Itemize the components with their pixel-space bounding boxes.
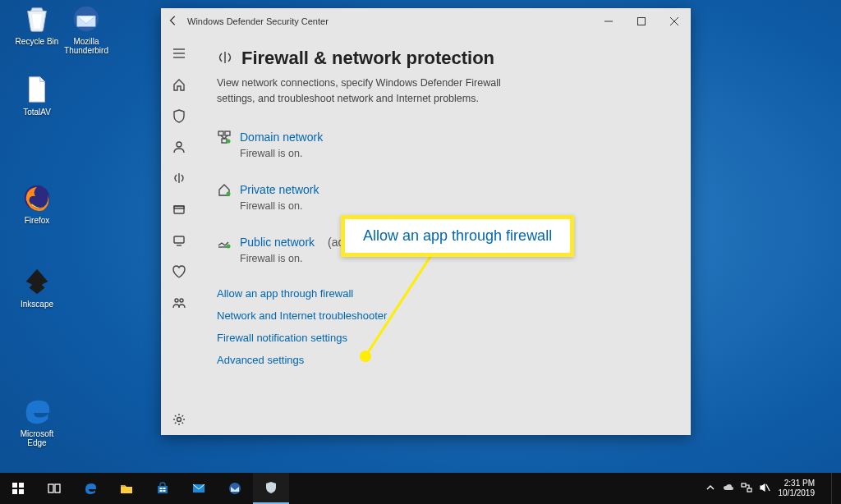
svg-rect-42 (742, 483, 746, 487)
svg-rect-37 (163, 488, 166, 489)
thunderbird-icon (71, 3, 102, 34)
nav-firewall[interactable] (161, 163, 197, 194)
desktop-icon-totalav[interactable]: TotalAV (12, 74, 62, 117)
task-view-button[interactable] (36, 473, 72, 504)
link-troubleshooter[interactable]: Network and Internet troubleshooter (217, 309, 664, 322)
public-network-icon (217, 235, 232, 250)
svg-rect-21 (222, 139, 227, 143)
nav-device[interactable] (161, 225, 197, 256)
svg-rect-19 (218, 131, 223, 135)
taskbar-store[interactable] (145, 473, 181, 504)
svg-rect-34 (55, 484, 60, 493)
svg-rect-33 (48, 484, 53, 493)
minimize-button[interactable] (592, 8, 625, 34)
public-network-link[interactable]: Public network (240, 236, 315, 249)
tray-chevron-icon[interactable] (705, 482, 716, 495)
link-allow-app[interactable]: Allow an app through firewall (217, 287, 664, 300)
page-title: Firewall & network protection (241, 48, 494, 69)
domain-network-status: Firewall is on. (240, 148, 664, 159)
start-button[interactable] (0, 473, 36, 504)
svg-rect-13 (174, 236, 184, 243)
svg-rect-38 (160, 490, 163, 492)
svg-point-16 (180, 299, 183, 302)
desktop-icon-thunderbird[interactable]: Mozilla Thunderbird (62, 3, 111, 55)
taskbar: 2:31 PM 10/1/2019 (0, 473, 841, 504)
file-icon (21, 74, 53, 105)
inkscape-icon (21, 266, 53, 297)
private-network-link[interactable]: Private network (240, 183, 319, 196)
nav-rail (161, 34, 197, 435)
firefox-icon (21, 182, 53, 213)
taskbar-defender[interactable] (253, 473, 289, 504)
clock-time: 2:31 PM (779, 479, 816, 488)
annotation-text: Allow an app through firewall (363, 227, 552, 244)
svg-rect-30 (19, 483, 24, 488)
svg-rect-29 (12, 483, 17, 488)
desktop-icon-label: Firefox (25, 216, 50, 225)
nav-settings[interactable] (161, 404, 197, 435)
edge-icon (21, 396, 53, 427)
nav-app-control[interactable] (161, 194, 197, 225)
page-description: View network connections, specify Window… (217, 76, 529, 107)
desktop-icon-recycle-bin[interactable]: Recycle Bin (12, 3, 62, 46)
maximize-button[interactable] (625, 8, 658, 34)
link-notification-settings[interactable]: Firewall notification settings (217, 332, 664, 344)
private-network-icon (217, 182, 232, 197)
desktop-icon-label: TotalAV (23, 108, 51, 117)
private-network-status: Firewall is on. (240, 200, 664, 212)
hamburger-button[interactable] (161, 38, 197, 69)
desktop-icon-label: Recycle Bin (16, 37, 59, 46)
recycle-bin-icon (21, 3, 53, 34)
svg-rect-35 (121, 485, 125, 487)
domain-network-icon (217, 130, 232, 144)
svg-line-44 (766, 484, 770, 491)
svg-rect-43 (747, 488, 751, 492)
domain-network-link[interactable]: Domain network (240, 131, 323, 144)
network-private: Private network Firewall is on. (217, 182, 664, 212)
clock-date: 10/1/2019 (779, 488, 816, 498)
close-button[interactable] (658, 8, 691, 34)
nav-home[interactable] (161, 69, 197, 100)
svg-rect-12 (174, 206, 184, 208)
desktop-icon-label: Inkscape (21, 300, 53, 309)
taskbar-clock[interactable]: 2:31 PM 10/1/2019 (779, 479, 816, 498)
taskbar-mail[interactable] (181, 473, 217, 504)
svg-point-15 (175, 299, 178, 302)
svg-rect-3 (638, 18, 646, 25)
show-desktop-button[interactable] (831, 473, 836, 504)
taskbar-file-explorer[interactable] (108, 473, 145, 504)
desktop-icon-edge[interactable]: Microsoft Edge (12, 396, 62, 447)
nav-health[interactable] (161, 256, 197, 287)
tray-volume-icon[interactable] (759, 482, 770, 495)
svg-rect-36 (160, 488, 163, 489)
titlebar: Windows Defender Security Center (161, 8, 691, 34)
link-advanced-settings[interactable]: Advanced settings (217, 354, 664, 366)
svg-rect-39 (163, 490, 166, 492)
nav-family[interactable] (161, 287, 197, 318)
tray-network-icon[interactable] (741, 482, 752, 495)
desktop-icon-label: Mozilla Thunderbird (64, 37, 108, 55)
back-button[interactable] (168, 15, 179, 28)
window-title: Windows Defender Security Center (187, 16, 329, 26)
tray-onedrive-icon[interactable] (723, 482, 734, 495)
svg-rect-31 (12, 489, 17, 494)
svg-point-25 (227, 191, 231, 195)
firewall-icon (217, 49, 233, 68)
annotation-dot (360, 351, 371, 362)
svg-rect-20 (225, 131, 230, 135)
svg-point-24 (227, 139, 231, 143)
svg-rect-32 (19, 489, 24, 494)
taskbar-edge[interactable] (72, 473, 108, 504)
system-tray: 2:31 PM 10/1/2019 (705, 473, 842, 504)
svg-point-17 (177, 418, 182, 422)
desktop-icon-label: Microsoft Edge (21, 429, 54, 447)
svg-point-9 (177, 142, 182, 147)
annotation-callout: Allow an app through firewall (341, 215, 574, 257)
desktop-icon-inkscape[interactable]: Inkscape (12, 266, 62, 309)
svg-point-27 (227, 244, 231, 248)
nav-account[interactable] (161, 131, 197, 163)
desktop-icon-firefox[interactable]: Firefox (12, 182, 62, 225)
taskbar-thunderbird[interactable] (217, 473, 253, 504)
network-domain: Domain network Firewall is on. (217, 130, 664, 159)
nav-virus[interactable] (161, 100, 197, 131)
